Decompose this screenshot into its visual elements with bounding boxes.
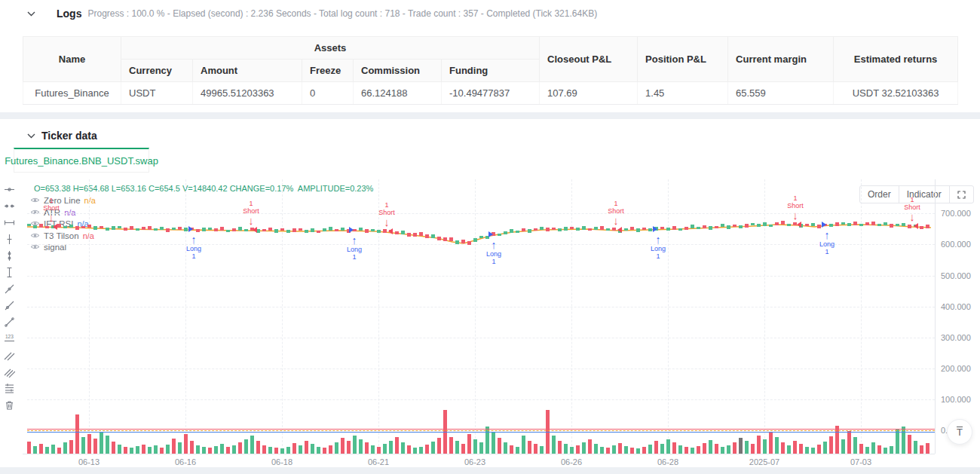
candle (769, 225, 773, 227)
volume-bar (697, 446, 700, 454)
vertical-ray-line-tool-icon[interactable] (2, 249, 16, 262)
price-channel-line-tool-icon[interactable] (2, 348, 16, 362)
volume-bar (214, 446, 218, 454)
eye-icon[interactable] (30, 231, 40, 240)
volume-bar (570, 447, 574, 454)
volume-bar (118, 445, 121, 454)
candle (660, 227, 664, 229)
volume-bar (335, 442, 338, 454)
candle (39, 224, 43, 228)
candle (244, 229, 248, 231)
volume-bar (39, 444, 43, 454)
logs-section: Logs Progress : 100.0 % - Elapsed (secon… (0, 0, 980, 112)
short-entry-triangle-icon (914, 223, 918, 229)
candle (648, 228, 652, 231)
volume-bar (841, 439, 845, 454)
volume-bar (190, 441, 194, 454)
volume-bar (709, 440, 712, 454)
volume-bar (124, 447, 127, 454)
candle (75, 226, 79, 230)
candle (395, 231, 399, 234)
candle (642, 228, 646, 230)
y-axis-label: 300.000 (941, 333, 971, 342)
vertical-straight-line-tool-icon[interactable] (2, 232, 16, 246)
candle (522, 228, 525, 231)
volume-bar (528, 441, 531, 454)
col-header-position-pnl: Position P&L (638, 37, 728, 82)
candle (286, 230, 290, 233)
volume-bar (763, 439, 767, 454)
ticker-data-section: Ticker data Futures_Binance.BNB_USDT.swa… (0, 119, 980, 467)
volume-bar (274, 448, 278, 454)
straight-line-tool-icon[interactable] (2, 282, 16, 295)
long-arrow-icon: ↑ (177, 234, 210, 245)
parallel-line-tool-icon[interactable] (2, 365, 16, 378)
volume-bar (329, 445, 332, 454)
candle (908, 225, 911, 228)
short-marker-label: 1Short (370, 201, 403, 216)
candle (600, 226, 604, 230)
volume-bar (926, 443, 929, 454)
ticker-collapse-chevron-icon[interactable] (27, 133, 35, 139)
volume-bar (703, 443, 706, 454)
v-gridline (861, 179, 862, 454)
logs-collapse-chevron-icon[interactable] (27, 11, 35, 17)
long-entry-triangle-icon (488, 231, 493, 237)
volume-bar (69, 440, 73, 454)
volume-bar (365, 442, 369, 454)
closeout-line (27, 429, 935, 430)
candle (214, 228, 218, 231)
ticker-tab[interactable]: Futures_Binance.BNB_USDT.swap (14, 148, 149, 173)
order-button[interactable]: Order (860, 186, 899, 203)
candle (118, 226, 121, 228)
segment-tool-icon[interactable] (2, 315, 16, 329)
v-gridline (668, 179, 669, 454)
candle (130, 226, 133, 230)
col-header-closeout-pnl: Closeout P&L (540, 37, 638, 82)
candle (45, 226, 49, 228)
fullscreen-button[interactable] (949, 186, 973, 203)
scroll-to-top-button[interactable]: T (947, 419, 972, 445)
candle (926, 225, 929, 228)
candle (709, 226, 712, 230)
short-arrow-icon: ↓ (779, 209, 812, 221)
volume-bar (244, 439, 248, 454)
t3-tilson-line (0, 179, 980, 467)
volume-bar (280, 448, 284, 454)
horizontal-ray-line-tool-icon[interactable] (2, 199, 16, 213)
candle (558, 228, 562, 231)
candle (383, 229, 387, 233)
candle (299, 228, 302, 231)
fibonacci-line-tool-icon[interactable] (2, 381, 16, 395)
volume-bar (166, 445, 170, 454)
volume-bar (865, 447, 869, 454)
candle (166, 228, 170, 232)
volume-bar (871, 442, 875, 454)
vertical-segment-tool-icon[interactable] (2, 265, 16, 279)
y-axis-label: 500.000 (941, 271, 971, 280)
candle (154, 228, 158, 231)
horizontal-segment-tool-icon[interactable] (2, 216, 16, 229)
candle (262, 229, 266, 231)
price-line-tool-icon[interactable]: 123 (2, 332, 16, 345)
kline-chart[interactable]: 123 O=653.38 H=654.68 L=653.16 C=654.5 V… (0, 179, 980, 467)
volume-bar (552, 436, 556, 454)
long-entry-triangle-icon (188, 226, 193, 232)
ray-line-tool-icon[interactable] (2, 298, 16, 312)
candle (745, 224, 749, 228)
candle (280, 228, 284, 231)
h-gridline (27, 307, 935, 307)
volume-bar (576, 445, 580, 454)
candle (305, 230, 308, 233)
volume-bar (63, 442, 67, 454)
volume-bar (317, 447, 320, 454)
horizontal-straight-line-tool-icon[interactable] (2, 182, 16, 196)
volume-bar (847, 431, 851, 454)
margin-line (27, 432, 935, 433)
volume-bar (93, 439, 97, 454)
assets-table: Name Assets Closeout P&L Position P&L Cu… (23, 36, 958, 105)
volume-bar (311, 444, 314, 454)
long-arrow-icon: ↑ (642, 234, 675, 245)
candle (136, 228, 139, 231)
delete-drawing-trash-icon[interactable] (2, 398, 16, 411)
